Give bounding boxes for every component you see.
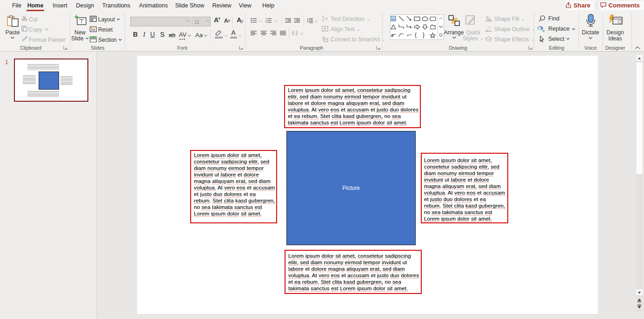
svg-text:A: A <box>392 17 395 21</box>
svg-text:A: A <box>325 16 328 21</box>
svg-text:3: 3 <box>266 22 267 23</box>
svg-text:c: c <box>543 28 545 32</box>
